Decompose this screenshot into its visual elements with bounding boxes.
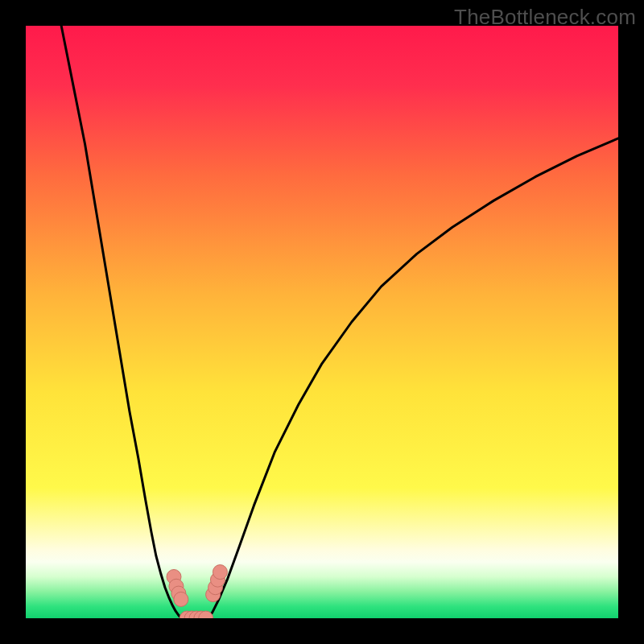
outer-frame: TheBottleneck.com xyxy=(0,0,644,644)
plot-area xyxy=(26,26,618,618)
marker-right-cluster-3 xyxy=(213,565,227,580)
chart-svg xyxy=(26,26,618,618)
marker-left-cluster-3 xyxy=(174,592,188,606)
watermark-text: TheBottleneck.com xyxy=(454,5,636,30)
